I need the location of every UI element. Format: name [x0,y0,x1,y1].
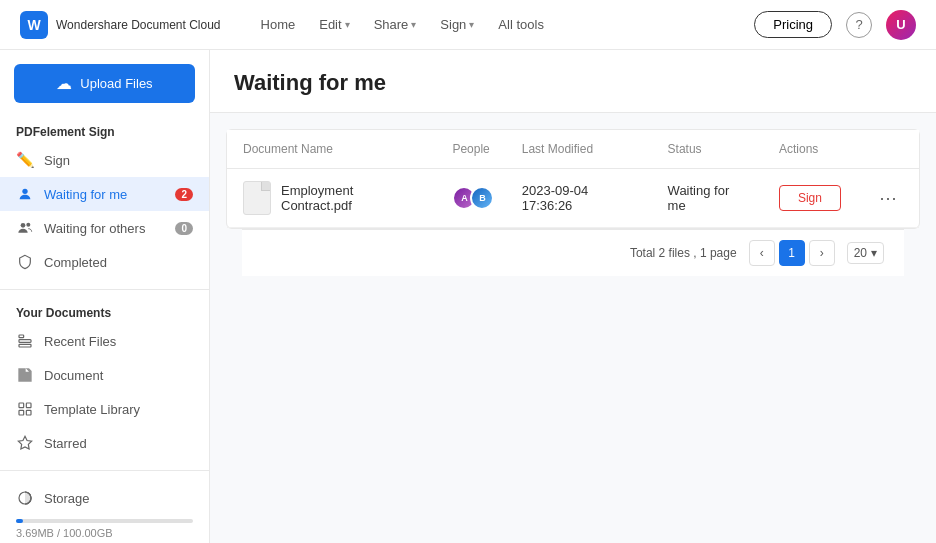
svg-point-1 [21,223,26,228]
prev-page-button[interactable]: ‹ [749,240,775,266]
sidebar-divider [0,289,209,290]
recent-files-icon [16,332,34,350]
storage-icon [16,489,34,507]
user-icon [16,185,34,203]
nav-all-tools[interactable]: All tools [498,17,544,32]
waiting-for-others-badge: 0 [175,222,193,235]
svg-rect-4 [19,340,31,343]
document-file-icon [243,181,271,215]
logo-icon: W [20,11,48,39]
users-icon [16,219,34,237]
col-header-status: Status [652,130,763,169]
nav-edit[interactable]: Edit ▾ [319,17,349,32]
cell-people: A B [436,169,505,228]
svg-rect-5 [19,344,31,347]
sidebar-divider-2 [0,470,209,471]
svg-rect-3 [19,335,24,338]
svg-rect-8 [19,410,24,415]
chevron-down-icon: ▾ [411,19,416,30]
chevron-down-icon: ▾ [345,19,350,30]
sign-icon: ✏️ [16,151,34,169]
svg-marker-10 [18,436,31,449]
nav-share[interactable]: Share ▾ [374,17,417,32]
logo-text: Wondershare Document Cloud [56,18,221,32]
sidebar-item-storage[interactable]: Storage [0,481,209,515]
sidebar-item-document[interactable]: Document [0,358,209,392]
storage-usage-text: 3.69MB / 100.00GB [0,525,209,543]
chevron-down-icon: ▾ [469,19,474,30]
sidebar-item-sign[interactable]: ✏️ Sign [0,143,209,177]
storage-bar [16,519,23,523]
starred-icon [16,434,34,452]
upload-icon: ☁ [56,74,72,93]
sidebar-item-recent-files[interactable]: Recent Files [0,324,209,358]
content-area: Waiting for me Document Name People Last… [210,50,936,543]
nav-home[interactable]: Home [261,17,296,32]
col-header-more [857,130,919,169]
header-right: Pricing ? U [754,10,916,40]
logo: W Wondershare Document Cloud [20,11,221,39]
nav-sign[interactable]: Sign ▾ [440,17,474,32]
pricing-button[interactable]: Pricing [754,11,832,38]
storage-bar-container [16,519,193,523]
waiting-for-me-badge: 2 [175,188,193,201]
chevron-down-icon: ▾ [871,246,877,260]
cell-action: Sign [763,169,857,228]
sidebar-item-waiting-for-me[interactable]: Waiting for me 2 [0,177,209,211]
pagination: ‹ 1 › [749,240,835,266]
your-docs-section-label: Your Documents [0,300,209,324]
sidebar-item-completed[interactable]: Completed [0,245,209,279]
svg-point-0 [22,189,27,194]
document-icon [16,366,34,384]
person-avatar-2: B [470,186,494,210]
sidebar-item-waiting-for-others[interactable]: Waiting for others 0 [0,211,209,245]
sidebar-item-starred[interactable]: Starred [0,426,209,460]
template-library-icon [16,400,34,418]
avatar[interactable]: U [886,10,916,40]
per-page-selector[interactable]: 20 ▾ [847,242,884,264]
app-header: W Wondershare Document Cloud Home Edit ▾… [0,0,936,50]
next-page-button[interactable]: › [809,240,835,266]
main-nav: Home Edit ▾ Share ▾ Sign ▾ All tools [261,17,725,32]
more-options-button[interactable]: ⋯ [873,185,903,211]
help-icon[interactable]: ? [846,12,872,38]
upload-button[interactable]: ☁ Upload Files [14,64,195,103]
documents-table: Document Name People Last Modified Statu… [227,130,919,228]
col-header-doc-name: Document Name [227,130,436,169]
main-layout: ☁ Upload Files PDFelement Sign ✏️ Sign W… [0,50,936,543]
cell-last-modified: 2023-09-04 17:36:26 [506,169,652,228]
page-title: Waiting for me [234,70,912,96]
total-files-text: Total 2 files , 1 page [630,246,737,260]
cell-status: Waiting for me [652,169,763,228]
page-1-button[interactable]: 1 [779,240,805,266]
svg-point-2 [26,223,30,227]
pdfelement-section-label: PDFelement Sign [0,119,209,143]
sidebar: ☁ Upload Files PDFelement Sign ✏️ Sign W… [0,50,210,543]
svg-rect-9 [26,410,31,415]
table-row: Employment Contract.pdf A B 2023-09-04 1… [227,169,919,228]
shield-icon [16,253,34,271]
cell-more: ⋯ [857,169,919,228]
col-header-actions: Actions [763,130,857,169]
sidebar-item-template-library[interactable]: Template Library [0,392,209,426]
cell-doc-name: Employment Contract.pdf [227,169,436,228]
table-footer: Total 2 files , 1 page ‹ 1 › 20 ▾ [242,229,904,276]
sign-button[interactable]: Sign [779,185,841,211]
svg-rect-6 [19,403,24,408]
svg-rect-7 [26,403,31,408]
col-header-people: People [436,130,505,169]
col-header-last-modified: Last Modified [506,130,652,169]
